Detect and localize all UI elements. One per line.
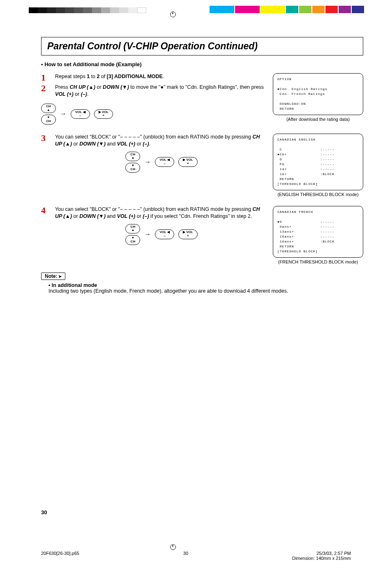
- ch-down-button: ▼CH: [41, 115, 56, 125]
- footer-file: 20F630[26-30].p65: [41, 551, 79, 561]
- osd-caption: (After download the rating data): [273, 117, 363, 122]
- footer-date: 25/3/03, 2:57 PM: [316, 551, 351, 556]
- note-label: Note:: [41, 273, 65, 280]
- ch-down-button: ▼CH: [125, 163, 140, 173]
- registration-mark-bottom: [170, 544, 176, 550]
- vol-minus-button: VOL ◀–: [155, 229, 174, 239]
- vol-minus-button: VOL ◀–: [155, 157, 174, 167]
- step-number: 3: [41, 134, 49, 143]
- vol-plus-button: ▶ VOL+: [178, 157, 198, 167]
- footer-page: 30: [183, 551, 188, 561]
- osd-caption: (FRENCH THRESHOLD BLOCK mode): [273, 259, 363, 264]
- vol-plus-button: ▶ VOL+: [178, 229, 198, 239]
- step-number: 2: [41, 84, 49, 98]
- example-subhead: • How to set Additional mode (Example): [41, 61, 363, 67]
- note-body: • In additional mode Including two types…: [41, 282, 363, 294]
- footer-dimension: Dimension: 140mm x 215mm: [292, 556, 351, 561]
- osd-caption: (ENGLISH THRESHOLD BLOCK mode): [273, 192, 363, 197]
- arrow-icon: →: [144, 157, 151, 166]
- step-text: Press CH UP (▲) or DOWN (▼) to move the …: [55, 84, 268, 98]
- step-text: You can select "BLOCK" or "– – – – –" (u…: [55, 134, 268, 173]
- arrow-icon: →: [144, 230, 151, 239]
- step-number: 1: [41, 73, 49, 82]
- vol-minus-button: VOL ◀–: [71, 109, 90, 119]
- step-text: You can select "BLOCK" or "– – – – –" (u…: [55, 206, 268, 245]
- section-title: Parental Control (V-CHIP Operation Conti…: [47, 41, 357, 52]
- osd-canadian-english: CANADIAN ENGLISH C :----- ●C8+ :----- G …: [273, 134, 363, 190]
- section-title-bar: Parental Control (V-CHIP Operation Conti…: [41, 37, 363, 55]
- ch-up-button: CH▲: [125, 152, 140, 162]
- note-text: Including two types (English mode, Frenc…: [48, 288, 363, 294]
- button-diagram: CH▲ ▼CH → VOL ◀– ▶ VOL+: [55, 152, 268, 173]
- osd-canadian-french: CANADIAN FRENCH ●G :----- 8ans+ :----- 1…: [273, 206, 363, 258]
- arrow-icon: →: [60, 110, 67, 118]
- vol-plus-button: ▶ VOL+: [94, 109, 113, 119]
- footer: 20F630[26-30].p65 30 25/3/03, 2:57 PM Di…: [0, 551, 392, 561]
- page-number: 30: [41, 509, 47, 515]
- button-diagram: CH▲ ▼CH → VOL ◀– ▶ VOL+: [41, 104, 113, 125]
- note-bullet: • In additional mode: [48, 282, 363, 288]
- button-diagram: CH▲ ▼CH → VOL ◀– ▶ VOL+: [55, 224, 268, 245]
- osd-option: OPTION ●Cdn. English Ratings Cdn. French…: [273, 73, 363, 115]
- ch-up-button: CH▲: [41, 104, 56, 113]
- step-text: Repeat steps 1 to 2 of [3] ADDITIONAL MO…: [55, 73, 164, 82]
- ch-up-button: CH▲: [125, 224, 140, 234]
- ch-down-button: ▼CH: [125, 235, 140, 245]
- step-number: 4: [41, 206, 49, 215]
